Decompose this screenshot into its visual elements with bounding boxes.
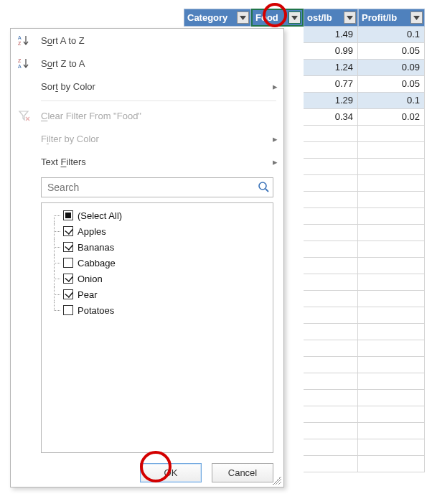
header-cost[interactable]: ost/lb [304, 9, 358, 27]
cell-empty[interactable] [304, 456, 358, 472]
cell-empty[interactable] [358, 439, 425, 456]
cell-empty[interactable] [304, 357, 358, 373]
checkbox[interactable] [63, 258, 73, 268]
cell-empty[interactable] [304, 192, 358, 208]
cell-empty[interactable] [358, 406, 425, 423]
cell-empty[interactable] [358, 208, 425, 225]
cell[interactable]: 0.02 [358, 109, 425, 126]
checkbox[interactable] [63, 242, 73, 252]
cell-empty[interactable] [304, 126, 358, 142]
cell[interactable]: 0.1 [358, 93, 425, 109]
sort-desc[interactable]: ZA Sort Z to A [11, 52, 283, 75]
filter-item[interactable]: Pear [46, 286, 268, 302]
cell-empty[interactable] [358, 291, 425, 307]
cell-empty[interactable] [358, 373, 425, 390]
tree-connector [47, 207, 60, 223]
cell-empty[interactable] [304, 423, 358, 439]
cell[interactable]: 0.77 [304, 76, 358, 93]
filter-dropdown-button[interactable] [237, 11, 249, 24]
cell[interactable]: 1.24 [304, 60, 358, 76]
filter-dropdown-button[interactable] [344, 11, 356, 24]
cell-empty[interactable] [304, 225, 358, 241]
svg-text:Z: Z [18, 58, 22, 63]
cell-empty[interactable] [304, 390, 358, 406]
header-label: ost/lb [307, 12, 332, 23]
cell[interactable]: 1.49 [304, 27, 358, 43]
data-columns: 1.490.991.240.771.290.340.10.050.090.050… [304, 27, 425, 497]
clear-filter: Clear Filter From "Food" [11, 104, 283, 127]
cell-empty[interactable] [358, 241, 425, 258]
filter-item[interactable]: Apples [46, 223, 268, 239]
header-label: Profit/lb [362, 12, 397, 23]
text-filters[interactable]: Text Filters ▸ [11, 150, 283, 173]
search-icon [257, 180, 270, 195]
filter-item-label: Apples [78, 226, 106, 237]
cell-empty[interactable] [304, 159, 358, 175]
cell-empty[interactable] [358, 324, 425, 340]
sort-by-color[interactable]: Sort by Color ▸ [11, 75, 283, 98]
cell[interactable]: 0.09 [358, 60, 425, 76]
cell-empty[interactable] [304, 291, 358, 307]
cell[interactable]: 0.05 [358, 43, 425, 60]
cell-empty[interactable] [358, 340, 425, 357]
cell-empty[interactable] [304, 406, 358, 423]
header-profit[interactable]: Profit/lb [358, 9, 425, 27]
cell-empty[interactable] [358, 126, 425, 142]
checkbox[interactable] [63, 289, 73, 299]
cell-empty[interactable] [358, 175, 425, 192]
cell-empty[interactable] [304, 208, 358, 225]
cell[interactable]: 1.29 [304, 93, 358, 109]
checkbox[interactable] [63, 210, 73, 220]
cell-empty[interactable] [304, 324, 358, 340]
cell[interactable]: 0.99 [304, 43, 358, 60]
resize-grip-icon[interactable] [273, 476, 281, 485]
cell-empty[interactable] [304, 439, 358, 456]
cell-empty[interactable] [358, 192, 425, 208]
cell-empty[interactable] [358, 159, 425, 175]
checkbox[interactable] [63, 274, 73, 284]
cell-empty[interactable] [304, 274, 358, 291]
cell-empty[interactable] [358, 307, 425, 324]
ok-button[interactable]: OK [140, 463, 202, 482]
filter-item[interactable]: (Select All) [46, 207, 268, 223]
cell-empty[interactable] [358, 258, 425, 274]
checkbox[interactable] [63, 226, 73, 236]
filter-item[interactable]: Onion [46, 271, 268, 286]
filter-dropdown-button[interactable] [410, 11, 423, 24]
cell-empty[interactable] [304, 258, 358, 274]
cell-empty[interactable] [304, 241, 358, 258]
cell-empty[interactable] [304, 340, 358, 357]
header-row: CategoryFoodost/lbProfit/lb [7, 9, 425, 27]
checkbox[interactable] [63, 305, 73, 315]
cell-empty[interactable] [304, 175, 358, 192]
filter-item-label: Pear [78, 289, 97, 300]
cell-empty[interactable] [358, 142, 425, 159]
header-category[interactable]: Category [184, 9, 251, 27]
cell[interactable]: 0.05 [358, 76, 425, 93]
filter-by-color-label: Filter by Color [41, 134, 99, 144]
svg-line-5 [266, 189, 268, 192]
cell-empty[interactable] [358, 423, 425, 439]
cell-empty[interactable] [358, 357, 425, 373]
sort-asc[interactable]: AZ Sort A to Z [11, 29, 283, 52]
filter-dropdown-button[interactable] [288, 11, 301, 24]
filter-values-list[interactable]: (Select All)ApplesBananasCabbageOnionPea… [41, 202, 273, 453]
filter-item-label: Potatoes [78, 305, 114, 316]
cell[interactable]: 0.34 [304, 109, 358, 126]
filter-search[interactable] [41, 177, 273, 197]
filter-item[interactable]: Bananas [46, 239, 268, 255]
header-food[interactable]: Food [251, 9, 304, 27]
cell[interactable]: 0.1 [358, 27, 425, 43]
cell-empty[interactable] [304, 142, 358, 159]
cell-empty[interactable] [304, 307, 358, 324]
tree-connector [47, 223, 60, 239]
cell-empty[interactable] [358, 390, 425, 406]
cell-empty[interactable] [358, 456, 425, 472]
cancel-button[interactable]: Cancel [212, 463, 273, 482]
cell-empty[interactable] [358, 274, 425, 291]
cell-empty[interactable] [304, 373, 358, 390]
cell-empty[interactable] [358, 225, 425, 241]
filter-search-input[interactable] [46, 181, 257, 194]
filter-item[interactable]: Cabbage [46, 255, 268, 271]
filter-item[interactable]: Potatoes [46, 302, 268, 318]
